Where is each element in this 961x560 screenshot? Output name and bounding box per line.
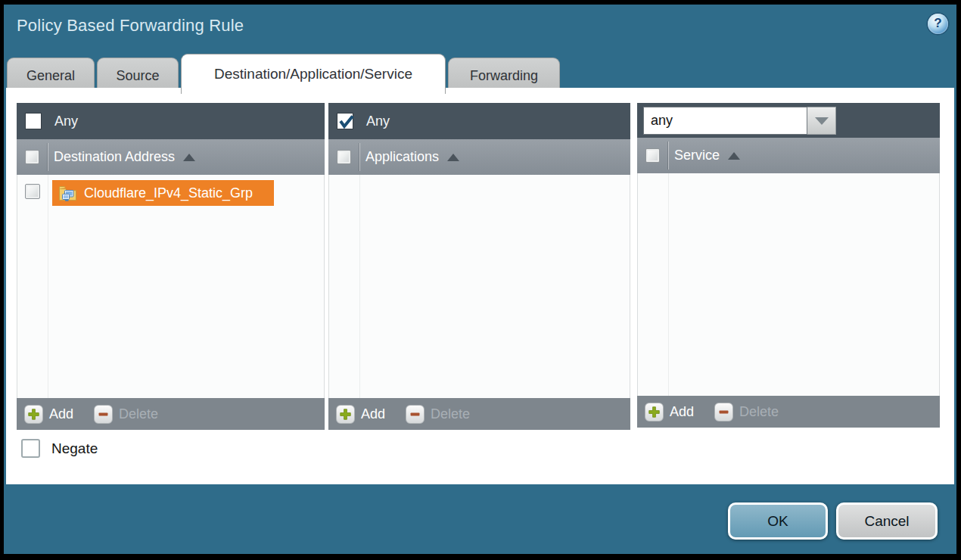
minus-icon [94, 405, 113, 424]
policy-forwarding-dialog: Policy Based Forwarding Rule General Sou… [4, 5, 956, 554]
negate-checkbox[interactable] [21, 439, 40, 458]
destination-select-all-checkbox[interactable] [25, 150, 39, 164]
selected-address-item[interactable]: Cloudflare_IPv4_Static_Grp [52, 180, 274, 206]
service-select-all-checkbox[interactable] [645, 148, 660, 163]
dialog-title: Policy Based Forwarding Rule [17, 16, 244, 36]
plus-icon [24, 405, 43, 424]
screenshot: Policy Based Forwarding Rule General Sou… [0, 0, 961, 560]
service-add-button[interactable]: Add [645, 403, 694, 422]
add-label: Add [361, 406, 385, 422]
applications-delete-button[interactable]: Delete [406, 405, 470, 424]
table-row: Cloudflare_IPv4_Static_Grp [17, 178, 324, 208]
applications-add-button[interactable]: Add [336, 405, 385, 424]
service-dropdown-button[interactable] [807, 107, 836, 135]
service-dropdown-bar: any [637, 103, 940, 138]
delete-label: Delete [431, 406, 470, 422]
destination-address-header[interactable]: Destination Address [17, 139, 325, 175]
applications-any-checkbox[interactable] [337, 113, 353, 129]
row-checkbox[interactable] [25, 184, 40, 199]
sort-ascending-icon [183, 154, 195, 161]
delete-label: Delete [119, 406, 158, 422]
applications-any-label: Any [366, 114, 390, 129]
service-dropdown-value[interactable]: any [643, 107, 807, 135]
service-column: any Service [637, 103, 940, 428]
service-list [637, 173, 940, 396]
applications-header[interactable]: Applications [328, 139, 630, 175]
destination-address-header-label: Destination Address [54, 149, 175, 165]
minus-icon [406, 405, 425, 424]
destination-any-bar: Any [17, 103, 325, 139]
destination-any-label: Any [54, 114, 78, 129]
destination-address-list: Cloudflare_IPv4_Static_Grp [17, 175, 325, 398]
applications-header-label: Applications [365, 149, 439, 165]
applications-column: Any Applications Add [328, 103, 630, 430]
applications-select-all-checkbox[interactable] [337, 150, 351, 164]
triangle-down-icon [815, 117, 829, 125]
destination-address-column: Any Destination Address [17, 103, 325, 430]
service-header-label: Service [674, 148, 720, 163]
check-icon [337, 113, 356, 131]
help-icon[interactable] [928, 14, 948, 34]
address-group-icon [58, 185, 77, 202]
destination-footer: Add Delete [17, 398, 325, 430]
service-dropdown: any [643, 107, 836, 135]
negate-label: Negate [51, 440, 98, 457]
plus-icon [336, 405, 355, 424]
destination-any-checkbox[interactable] [25, 113, 42, 129]
applications-list [328, 175, 630, 398]
add-label: Add [49, 406, 73, 422]
service-footer: Add Delete [637, 396, 940, 428]
cancel-button[interactable]: Cancel [836, 502, 938, 540]
minus-icon [714, 403, 733, 422]
add-label: Add [670, 404, 694, 420]
service-header[interactable]: Service [637, 138, 940, 173]
tab-destination-application-service[interactable]: Destination/Application/Service [181, 54, 446, 94]
delete-label: Delete [739, 404, 779, 420]
tab-content-panel: Any Destination Address [6, 88, 954, 484]
applications-footer: Add Delete [328, 398, 630, 430]
sort-ascending-icon [447, 154, 459, 161]
service-delete-button[interactable]: Delete [714, 403, 779, 422]
ok-button[interactable]: OK [728, 502, 828, 540]
destination-delete-button[interactable]: Delete [94, 405, 158, 424]
sort-ascending-icon [728, 152, 740, 160]
applications-any-bar: Any [328, 103, 630, 139]
plus-icon [645, 403, 664, 422]
negate-row: Negate [21, 439, 98, 458]
selected-address-label: Cloudflare_IPv4_Static_Grp [84, 185, 253, 201]
destination-add-button[interactable]: Add [24, 405, 73, 424]
